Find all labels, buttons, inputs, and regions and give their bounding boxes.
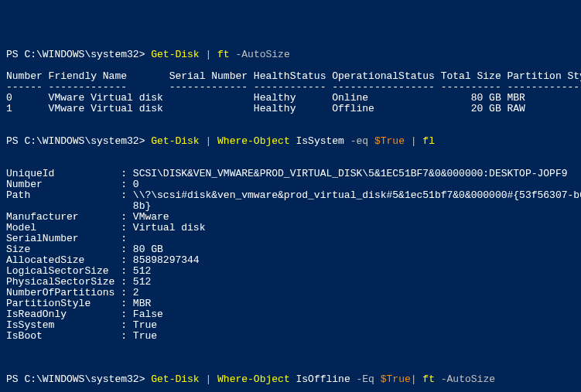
detail-line: LogicalSectorSize : 512 bbox=[6, 265, 151, 277]
cmdlet: Where-Object bbox=[217, 373, 290, 385]
command-line-1[interactable]: PS C:\WINDOWS\system32> Get-Disk | ft -A… bbox=[6, 49, 290, 60]
variable: $True bbox=[374, 135, 405, 147]
detail-line: UniqueId : SCSI\DISK&VEN_VMWARE&PROD_VIR… bbox=[6, 168, 568, 179]
cmdlet: Get-Disk bbox=[151, 135, 199, 147]
cmdlet: ft bbox=[217, 49, 230, 60]
variable: $True bbox=[381, 373, 411, 385]
pipe: | bbox=[411, 373, 423, 385]
detail-line: AllocatedSize : 85898297344 bbox=[6, 254, 200, 266]
arg: IsOffline bbox=[290, 373, 357, 385]
param: -AutoSize bbox=[435, 373, 495, 385]
operator: -Eq bbox=[357, 373, 381, 385]
pipe: | bbox=[200, 49, 217, 60]
param: -AutoSize bbox=[230, 49, 290, 60]
cmdlet: Get-Disk bbox=[151, 49, 199, 60]
cmdlet: Get-Disk bbox=[151, 373, 199, 385]
pipe: | bbox=[200, 373, 217, 385]
pipe: | bbox=[200, 135, 217, 147]
cmdlet: fl bbox=[422, 135, 435, 147]
pipe: | bbox=[405, 135, 422, 147]
cmdlet: ft bbox=[422, 373, 435, 385]
detail-line: Path : \\?\scsi#disk&ven_vmware&prod_vir… bbox=[6, 189, 581, 201]
operator: -eq bbox=[350, 135, 374, 147]
table-row: 1 VMware Virtual disk Healthy Offline 20… bbox=[6, 103, 525, 114]
detail-line: IsReadOnly : False bbox=[6, 308, 163, 320]
table-separator: ------ ------------- ------------- -----… bbox=[6, 81, 581, 93]
prompt: PS C:\WINDOWS\system32> bbox=[6, 49, 151, 60]
detail-line: IsBoot : True bbox=[6, 330, 157, 342]
arg: IsSystem bbox=[290, 135, 350, 147]
prompt: PS C:\WINDOWS\system32> bbox=[6, 373, 151, 385]
prompt: PS C:\WINDOWS\system32> bbox=[6, 135, 151, 147]
detail-line: Number : 0 bbox=[6, 179, 139, 190]
detail-line: Manufacturer : VMware bbox=[6, 211, 169, 223]
detail-line: SerialNumber : bbox=[6, 233, 127, 244]
detail-line: 8b} bbox=[6, 200, 151, 212]
detail-line: Model : Virtual disk bbox=[6, 222, 205, 233]
detail-line: Size : 80 GB bbox=[6, 244, 163, 255]
table-header: Number Friendly Name Serial Number Healt… bbox=[6, 70, 581, 82]
command-line-2[interactable]: PS C:\WINDOWS\system32> Get-Disk | Where… bbox=[6, 135, 435, 147]
detail-line: IsSystem : True bbox=[6, 319, 157, 331]
command-line-3[interactable]: PS C:\WINDOWS\system32> Get-Disk | Where… bbox=[6, 373, 495, 385]
table-row: 0 VMware Virtual disk Healthy Online 80 … bbox=[6, 92, 525, 104]
detail-line: PartitionStyle : MBR bbox=[6, 298, 151, 309]
detail-line: NumberOfPartitions : 2 bbox=[6, 287, 139, 298]
detail-line: PhysicalSectorSize : 512 bbox=[6, 276, 151, 288]
cmdlet: Where-Object bbox=[217, 135, 290, 147]
